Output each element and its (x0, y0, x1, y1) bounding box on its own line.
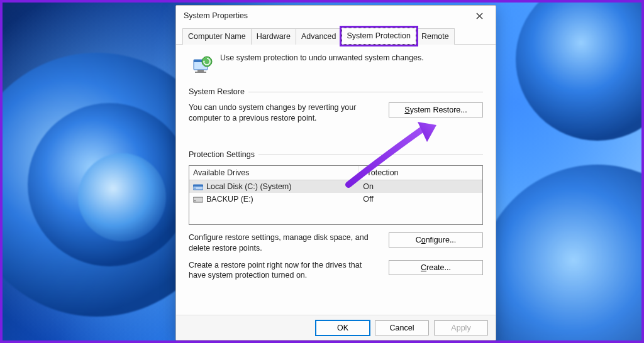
system-restore-button[interactable]: System Restore... (389, 102, 483, 117)
drive-protection-status: Off (359, 193, 482, 205)
apply-button[interactable]: Apply (434, 320, 488, 335)
cancel-button[interactable]: Cancel (375, 320, 429, 335)
drive-name: BACKUP (E:) (206, 195, 253, 204)
tab-remote[interactable]: Remote (416, 28, 455, 45)
system-protection-icon (189, 53, 214, 79)
tab-computer-name[interactable]: Computer Name (182, 28, 252, 45)
svg-rect-6 (193, 185, 203, 187)
tab-content: Use system protection to undo unwanted s… (176, 45, 496, 315)
configure-description: Configure restore settings, manage disk … (189, 232, 380, 254)
drive-protection-status: On (359, 180, 482, 193)
group-system-restore: System Restore (189, 87, 483, 96)
svg-rect-3 (195, 72, 206, 73)
create-description: Create a restore point right now for the… (189, 260, 380, 281)
svg-rect-8 (193, 197, 203, 202)
svg-point-9 (194, 200, 196, 201)
system-properties-dialog: System Properties Computer Name Hardware… (175, 5, 496, 340)
dialog-footer: OK Cancel Apply (176, 315, 496, 340)
dialog-title: System Properties (184, 11, 248, 20)
close-button[interactable] (467, 6, 492, 25)
tab-strip: Computer Name Hardware Advanced System P… (176, 27, 496, 45)
tab-advanced[interactable]: Advanced (296, 28, 342, 45)
intro-text: Use system protection to undo unwanted s… (220, 53, 424, 62)
drives-table[interactable]: Available Drives Protection Local Disk (… (189, 165, 483, 225)
create-button[interactable]: Create... (389, 260, 483, 275)
table-row[interactable]: BACKUP (E:)Off (189, 193, 482, 205)
svg-rect-2 (197, 70, 204, 72)
title-bar: System Properties (176, 6, 496, 26)
drive-name: Local Disk (C:) (System) (206, 182, 291, 191)
tab-hardware[interactable]: Hardware (251, 28, 296, 45)
configure-button[interactable]: Configure... (389, 232, 483, 248)
table-row[interactable]: Local Disk (C:) (System)On (189, 180, 482, 193)
svg-point-7 (194, 187, 196, 188)
group-protection-settings: Protection Settings (189, 150, 483, 159)
tab-system-protection[interactable]: System Protection (341, 28, 416, 45)
system-disk-icon (193, 183, 203, 190)
ok-button[interactable]: OK (316, 320, 370, 335)
system-restore-description: You can undo system changes by reverting… (189, 102, 380, 124)
column-header-protection[interactable]: Protection (359, 166, 482, 180)
column-header-drives[interactable]: Available Drives (189, 166, 359, 180)
disk-icon (193, 195, 203, 203)
